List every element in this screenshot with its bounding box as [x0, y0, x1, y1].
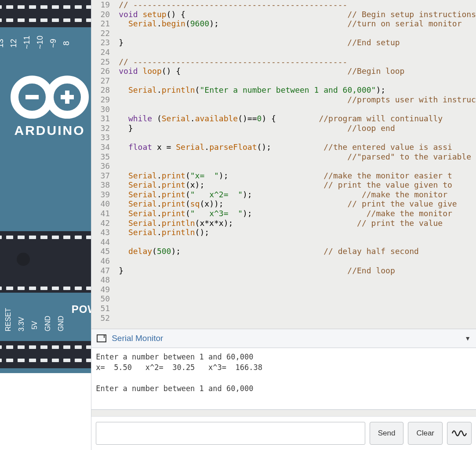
serial-monitor-title: Serial Monitor — [112, 334, 163, 343]
arduino-logo-text: ARDUINO — [8, 123, 91, 138]
digital-pin-labels: 1312~11~10~98 — [0, 39, 72, 48]
power-pin-labels: IOREFRESET3.3V5VGNDGND — [0, 316, 72, 334]
arduino-logo-icon — [8, 73, 91, 121]
clear-button[interactable]: Clear — [408, 422, 443, 445]
serial-monitor-icon — [97, 334, 106, 342]
plotter-button[interactable] — [447, 422, 472, 445]
code-editor[interactable]: 1920212223242526272829303132333435363738… — [91, 0, 476, 329]
send-button[interactable]: Send — [370, 422, 404, 445]
code-content[interactable]: // -------------------------------------… — [116, 0, 476, 329]
serial-input[interactable] — [96, 422, 365, 445]
arduino-board-panel[interactable]: 1312~11~10~98 DI ARDUINO POWE IOREFRESET… — [0, 0, 91, 373]
serial-input-row: Send Clear — [91, 417, 476, 450]
power-label: POWE — [72, 303, 91, 316]
serial-monitor-output[interactable]: Enter a number between 1 and 60,000 x= 5… — [91, 348, 476, 410]
chevron-down-icon[interactable]: ▼ — [465, 335, 471, 342]
line-number-gutter: 1920212223242526272829303132333435363738… — [91, 0, 116, 329]
waveform-icon — [452, 428, 467, 439]
serial-monitor-header[interactable]: Serial Monitor ▼ — [91, 329, 476, 348]
chip-dot-icon — [17, 253, 30, 266]
svg-rect-4 — [65, 91, 69, 104]
svg-rect-2 — [25, 95, 39, 99]
